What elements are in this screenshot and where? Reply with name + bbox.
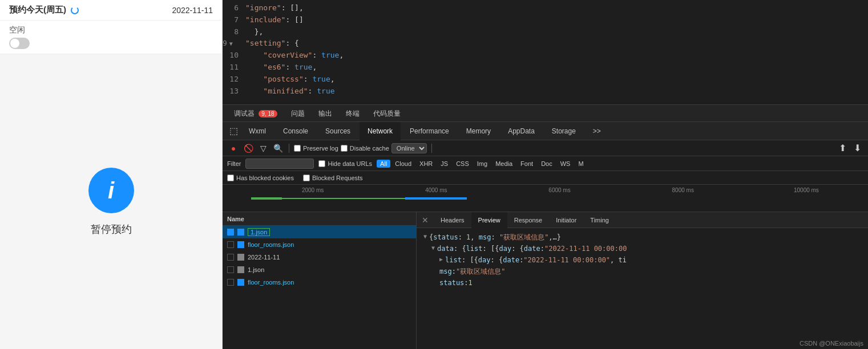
line-content: "setting": { bbox=[245, 38, 299, 50]
filter-bar: Filter Hide data URLs All Cloud XHR JS C… bbox=[223, 156, 868, 171]
timeline-blue-bar bbox=[405, 197, 467, 200]
network-item-1json[interactable]: 1.json bbox=[223, 263, 416, 276]
tab-timing[interactable]: Timing bbox=[583, 212, 616, 228]
code-line: 11 "es6": true, bbox=[223, 62, 868, 74]
network-area: Name 1.json floor_rooms.json 2022-11-11 bbox=[223, 212, 868, 349]
code-line: 6 "ignore": [], bbox=[223, 2, 868, 14]
tab-performance[interactable]: Performance bbox=[402, 122, 457, 140]
close-preview-button[interactable]: ✕ bbox=[419, 214, 431, 226]
item-checkbox[interactable] bbox=[227, 241, 234, 248]
filter-m[interactable]: M bbox=[575, 160, 587, 168]
name-column-header: Name bbox=[227, 216, 244, 222]
tab-wxml[interactable]: Wxml bbox=[241, 122, 274, 140]
filter-xhr[interactable]: XHR bbox=[416, 160, 436, 168]
tab-codequality[interactable]: 代码质量 bbox=[366, 105, 407, 122]
line-content: "postcss": true, bbox=[245, 74, 335, 86]
devtools-toolbar: ● 🚫 ▽ 🔍 Preserve log Disable cache Onlin… bbox=[223, 140, 868, 156]
preserve-log-label: Preserve log bbox=[303, 145, 338, 152]
filter-icon[interactable]: ▽ bbox=[257, 142, 269, 155]
expand-icon[interactable]: ▼ bbox=[431, 244, 435, 252]
toggle-switch[interactable] bbox=[9, 38, 30, 49]
tab-console[interactable]: Console bbox=[275, 122, 316, 140]
network-item-floor-rooms-2[interactable]: floor_rooms.json bbox=[223, 276, 416, 289]
hide-data-urls-group: Hide data URLs bbox=[318, 160, 372, 167]
filter-js[interactable]: JS bbox=[437, 160, 451, 168]
line-content: "minified": true bbox=[245, 86, 335, 98]
tab-more[interactable]: >> bbox=[585, 122, 609, 140]
item-checkbox[interactable] bbox=[227, 254, 234, 261]
cursor-icon[interactable]: ⬚ bbox=[227, 125, 240, 137]
stop-button[interactable]: 🚫 bbox=[242, 142, 255, 155]
item-icon bbox=[237, 279, 244, 286]
code-editor: 6 "ignore": [], 7 "include": [] 8 }, 9 ▼… bbox=[223, 0, 868, 99]
item-checkbox[interactable] bbox=[227, 229, 234, 236]
tab-appdata[interactable]: AppData bbox=[500, 122, 543, 140]
expand-icon[interactable]: ▶ bbox=[439, 255, 443, 263]
blocked-requests-label: Blocked Requests bbox=[312, 174, 363, 181]
tab-debugger[interactable]: 调试器 9, 18 bbox=[227, 105, 284, 122]
tab-output-label: 输出 bbox=[318, 109, 332, 117]
timeline-bar: 2000 ms 4000 ms 6000 ms 8000 ms 10000 ms bbox=[223, 185, 868, 212]
hide-data-urls-checkbox[interactable] bbox=[318, 160, 325, 167]
tab-sources[interactable]: Sources bbox=[317, 122, 358, 140]
search-icon[interactable]: 🔍 bbox=[272, 142, 284, 155]
item-icon bbox=[237, 254, 244, 261]
filter-css[interactable]: CSS bbox=[453, 160, 473, 168]
network-list: Name 1.json floor_rooms.json 2022-11-11 bbox=[223, 212, 417, 349]
filter-media[interactable]: Media bbox=[492, 160, 516, 168]
tab-output[interactable]: 输出 bbox=[312, 105, 339, 122]
title-text: 预约今天(周五) bbox=[9, 5, 66, 14]
item-checkbox[interactable] bbox=[227, 266, 234, 273]
timeline-labels: 2000 ms 4000 ms 6000 ms 8000 ms 10000 ms bbox=[251, 187, 868, 193]
tab-initiator[interactable]: Initiator bbox=[549, 212, 583, 228]
filter-types: All Cloud XHR JS CSS Img Media Font Doc … bbox=[377, 160, 587, 168]
tab-memory[interactable]: Memory bbox=[458, 122, 499, 140]
filter-label: Filter bbox=[227, 160, 241, 167]
tab-response[interactable]: Response bbox=[507, 212, 550, 228]
left-header: 预约今天(周五) 2022-11-11 bbox=[0, 0, 222, 21]
timeline-track bbox=[251, 196, 868, 201]
network-throttle-select[interactable]: Online bbox=[391, 143, 427, 153]
preview-line: status: 1 bbox=[423, 277, 861, 289]
network-item-date[interactable]: 2022-11-11 bbox=[223, 251, 416, 263]
divider bbox=[289, 144, 289, 153]
preview-text: {status: 1, msg: "获取区域信息",…} bbox=[429, 232, 561, 242]
pause-text: 暂停预约 bbox=[91, 222, 132, 236]
network-item-1json-selected[interactable]: 1.json bbox=[223, 226, 416, 238]
center-content: i 暂停预约 bbox=[0, 54, 222, 349]
preview-text: data bbox=[437, 244, 454, 254]
blocked-cookies-group: Has blocked cookies bbox=[227, 174, 294, 181]
tab-preview[interactable]: Preview bbox=[471, 212, 507, 228]
filter-ws[interactable]: WS bbox=[557, 160, 574, 168]
item-checkbox[interactable] bbox=[227, 279, 234, 286]
filter-doc[interactable]: Doc bbox=[538, 160, 556, 168]
preview-text: msg bbox=[439, 266, 452, 277]
network-item-floor-rooms[interactable]: floor_rooms.json bbox=[223, 238, 416, 251]
tab-network[interactable]: Network bbox=[360, 122, 401, 140]
filter-input[interactable] bbox=[245, 159, 314, 169]
tab-headers[interactable]: Headers bbox=[434, 212, 471, 228]
disable-cache-checkbox[interactable] bbox=[341, 145, 348, 152]
download-icon[interactable]: ⬇ bbox=[851, 142, 863, 155]
line-content: }, bbox=[245, 26, 263, 38]
preview-text: status bbox=[439, 278, 464, 288]
filter-font[interactable]: Font bbox=[517, 160, 536, 168]
timeline-green-line bbox=[282, 198, 405, 199]
filter-all[interactable]: All bbox=[377, 160, 390, 168]
filter-img[interactable]: Img bbox=[474, 160, 491, 168]
line-content: "coverView": true, bbox=[245, 50, 344, 62]
blocked-cookies-checkbox[interactable] bbox=[227, 174, 234, 181]
preserve-log-checkbox[interactable] bbox=[294, 145, 301, 152]
upload-icon[interactable]: ⬆ bbox=[836, 142, 849, 155]
network-list-header: Name bbox=[223, 212, 416, 226]
tab-storage[interactable]: Storage bbox=[544, 122, 584, 140]
tab-terminal[interactable]: 终端 bbox=[339, 105, 366, 122]
expand-icon[interactable]: ▼ bbox=[423, 232, 427, 241]
record-button[interactable]: ● bbox=[227, 142, 240, 155]
line-content: "ignore": [], bbox=[245, 2, 304, 14]
devtools-panel: 调试器 9, 18 问题 输出 终端 代码质量 ⬚ Wxml Console S… bbox=[223, 104, 868, 349]
tab-issues[interactable]: 问题 bbox=[284, 105, 312, 122]
filter-cloud[interactable]: Cloud bbox=[391, 160, 415, 168]
blocked-requests-checkbox[interactable] bbox=[303, 174, 310, 181]
item-name: floor_rooms.json bbox=[248, 241, 294, 248]
